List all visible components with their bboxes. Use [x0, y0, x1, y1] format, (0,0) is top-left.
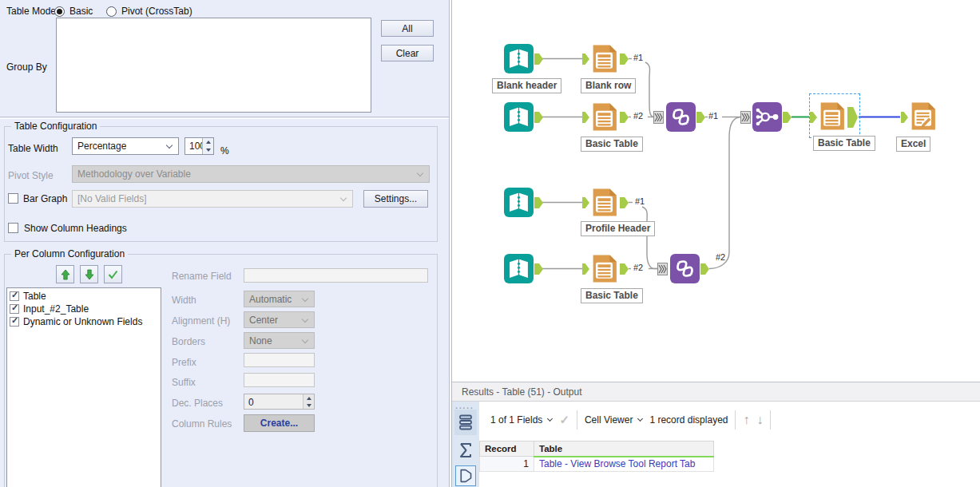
table-width-value: Percentage [77, 141, 126, 152]
select-all-columns-button[interactable] [104, 265, 122, 283]
tool-text-input[interactable] [504, 44, 534, 73]
create-column-rules-button[interactable]: Create... [244, 414, 315, 432]
tool-annotation[interactable]: Blank header [492, 78, 561, 93]
group-by-listbox[interactable] [56, 18, 371, 113]
suffix-input[interactable] [244, 373, 315, 387]
tool-union[interactable] [670, 254, 700, 283]
chevron-down-icon [302, 316, 308, 323]
cell-viewer-dropdown[interactable]: Cell Viewer [585, 414, 642, 426]
tool-annotation[interactable]: Basic Table [581, 137, 643, 152]
fields-dropdown[interactable]: 1 of 1 Fields [490, 414, 552, 426]
tool-union[interactable] [666, 102, 696, 132]
holistic-view-icon[interactable] [455, 465, 476, 486]
checkmark-icon [108, 270, 118, 279]
apply-checkmark-icon[interactable]: ✓ [559, 413, 569, 427]
record-count-label: 1 record displayed [649, 414, 728, 426]
borders-value: None [249, 335, 272, 346]
toolbar-separator [770, 410, 771, 430]
workflow-canvas[interactable]: #1 #2 #1 #1 #2 #2 [452, 0, 980, 382]
results-grid: Record Table 1 Table - View Browse Tool … [479, 441, 714, 472]
tool-annotation[interactable]: Profile Header [581, 221, 655, 236]
dec-places-spinner[interactable]: 0 [244, 394, 315, 410]
column-checkbox[interactable] [10, 304, 19, 314]
per-column-configuration-title: Per Column Configuration [11, 248, 128, 259]
table-tool-icon [589, 102, 619, 132]
table-tool-config-panel: Table Mode Basic Pivot (CrossTab) Group … [0, 0, 450, 487]
prefix-input[interactable] [244, 353, 315, 367]
workflow-pane: #1 #2 #1 #1 #2 #2 [451, 0, 980, 487]
tool-table[interactable] [589, 44, 619, 73]
tool-text-input[interactable] [504, 102, 534, 132]
rename-field-input[interactable] [244, 268, 428, 283]
column-item-input-2-table[interactable]: Input_#2_Table [7, 303, 161, 315]
move-column-up-button[interactable] [56, 265, 74, 283]
tool-annotation[interactable]: Basic Table [581, 288, 643, 303]
prefix-label: Prefix [172, 357, 196, 368]
radio-basic-label[interactable]: Basic [69, 6, 93, 17]
tool-table[interactable] [589, 254, 619, 283]
clear-button[interactable]: Clear [381, 45, 434, 61]
tool-render[interactable] [908, 101, 938, 131]
previous-record-arrow-icon[interactable]: ↑ [743, 414, 749, 426]
show-column-headings-checkbox[interactable] [8, 223, 18, 233]
bar-graph-checkbox[interactable] [8, 193, 18, 204]
next-record-arrow-icon[interactable]: ↓ [756, 414, 763, 426]
rename-field-label: Rename Field [172, 271, 232, 282]
show-column-headings-label[interactable]: Show Column Headings [24, 223, 127, 234]
spinner-down-icon[interactable] [203, 146, 213, 154]
column-item-table[interactable]: Table [7, 290, 161, 303]
chevron-down-icon [547, 416, 553, 422]
arrow-up-icon [61, 269, 70, 280]
tool-text-input[interactable] [504, 254, 534, 283]
alignment-value: Center [249, 315, 278, 326]
column-checkbox[interactable] [10, 291, 19, 301]
spinner-up-icon[interactable] [304, 394, 314, 402]
multi-input-anchor[interactable] [657, 263, 668, 275]
pivot-style-dropdown: Methodology over Variable [72, 165, 430, 183]
tool-table[interactable] [589, 102, 619, 132]
column-header-table[interactable]: Table [534, 441, 714, 457]
tool-annotation[interactable]: Blank row [581, 78, 636, 93]
table-width-spinner[interactable]: 100 [184, 137, 214, 155]
radio-pivot[interactable] [106, 6, 117, 17]
chevron-down-icon [166, 142, 173, 148]
union-tool-icon [670, 254, 700, 283]
tool-annotation[interactable]: Excel [896, 137, 930, 152]
table-width-dropdown[interactable]: Percentage [72, 137, 179, 155]
join-multiple-tool-icon [752, 102, 782, 132]
tool-annotation[interactable]: Basic Table [813, 136, 875, 151]
bar-graph-label[interactable]: Bar Graph [23, 193, 67, 204]
tool-table-selected[interactable] [817, 101, 847, 131]
record-cell[interactable]: 1 [480, 457, 534, 472]
spinner-up-icon[interactable] [203, 138, 213, 146]
metadata-view-icon[interactable] [456, 439, 475, 461]
toolbar-separator [735, 410, 736, 430]
data-view-icon[interactable] [454, 410, 477, 435]
radio-basic[interactable] [54, 6, 65, 17]
pivot-style-value: Methodology over Variable [77, 168, 191, 180]
table-tool-icon [589, 188, 619, 217]
all-button[interactable]: All [381, 20, 434, 37]
move-column-down-button[interactable] [80, 265, 98, 283]
table-link-cell[interactable]: Table - View Browse Tool Report Tab [534, 457, 714, 472]
tool-text-input[interactable] [504, 188, 534, 217]
column-listbox[interactable]: Table Input_#2_Table Dynamic or Unknown … [6, 287, 161, 487]
spinner-down-icon[interactable] [304, 402, 314, 409]
bar-graph-field-dropdown: [No Valid Fields] [72, 190, 353, 208]
port-tag: #1 [633, 53, 643, 62]
column-label: Dynamic or Unknown Fields [23, 316, 142, 327]
multi-input-anchor[interactable] [740, 111, 751, 124]
tool-table[interactable] [589, 188, 619, 217]
dec-places-value: 0 [248, 397, 254, 408]
column-item-dynamic-unknown[interactable]: Dynamic or Unknown Fields [7, 315, 161, 328]
results-title: Results - Table (51) - Output [452, 382, 980, 402]
radio-pivot-label[interactable]: Pivot (CrossTab) [121, 6, 192, 17]
column-checkbox[interactable] [10, 317, 19, 327]
chevron-down-icon [302, 295, 308, 302]
multi-input-anchor[interactable] [653, 111, 664, 124]
settings-button[interactable]: Settings... [363, 190, 428, 208]
column-header-record[interactable]: Record [480, 441, 534, 457]
borders-dropdown: None [244, 332, 315, 349]
tool-join-multiple[interactable] [752, 102, 782, 132]
chevron-down-icon [417, 170, 423, 176]
